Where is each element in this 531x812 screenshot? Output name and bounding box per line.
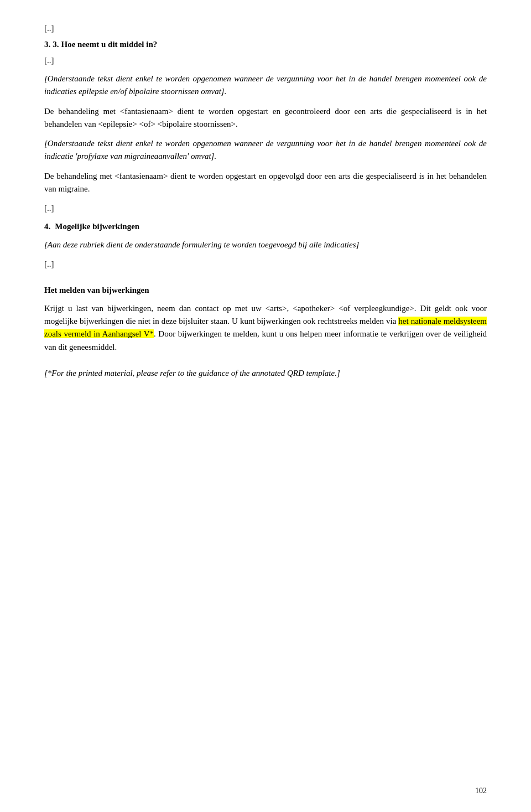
bracket-text-1: [Onderstaande tekst dient enkel te worde… <box>44 73 487 99</box>
section4-number: 4. <box>44 220 50 233</box>
content-area: [..] 3. 3. Hoe neemt u dit middel in? [.… <box>44 22 487 379</box>
page-container: [..] 3. 3. Hoe neemt u dit middel in? [.… <box>0 0 531 812</box>
top-ellipsis-1: [..] <box>44 22 487 35</box>
section4-heading: 4. Mogelijke bijwerkingen <box>44 220 487 233</box>
bracket-text-3-content: [Aan deze rubriek dient de onderstaande … <box>44 240 359 249</box>
section3-number-2: 3. <box>53 38 59 51</box>
bold-section-heading: Het melden van bijwerkingen <box>44 284 487 297</box>
page-number: 102 <box>475 787 487 795</box>
bracket-text-2-content: [Onderstaande tekst dient enkel te worde… <box>44 139 487 161</box>
section3-number-1: 3. <box>44 38 50 51</box>
section4-title: Mogelijke bijwerkingen <box>55 220 139 233</box>
ellipsis-3: [..] <box>44 202 487 215</box>
bracket-text-1-content: [Onderstaande tekst dient enkel te worde… <box>44 74 487 96</box>
section3-title: Hoe neemt u dit middel in? <box>61 38 158 51</box>
section3-heading-line: 3. 3. Hoe neemt u dit middel in? <box>44 38 487 51</box>
ellipsis-2: [..] <box>44 54 487 67</box>
ellipsis-4: [..] <box>44 258 487 271</box>
bracket-text-2: [Onderstaande tekst dient enkel te worde… <box>44 137 487 163</box>
body-text-3: Krijgt u last van bijwerkingen, neem dan… <box>44 302 487 354</box>
body-text-1: De behandeling met <fantasienaam> dient … <box>44 105 487 131</box>
bracket-text-3: [Aan deze rubriek dient de onderstaande … <box>44 239 487 251</box>
page-footer: 102 <box>475 787 487 795</box>
footnote: [*For the printed material, please refer… <box>44 367 487 380</box>
body-text-2: De behandeling met <fantasienaam> dient … <box>44 170 487 196</box>
